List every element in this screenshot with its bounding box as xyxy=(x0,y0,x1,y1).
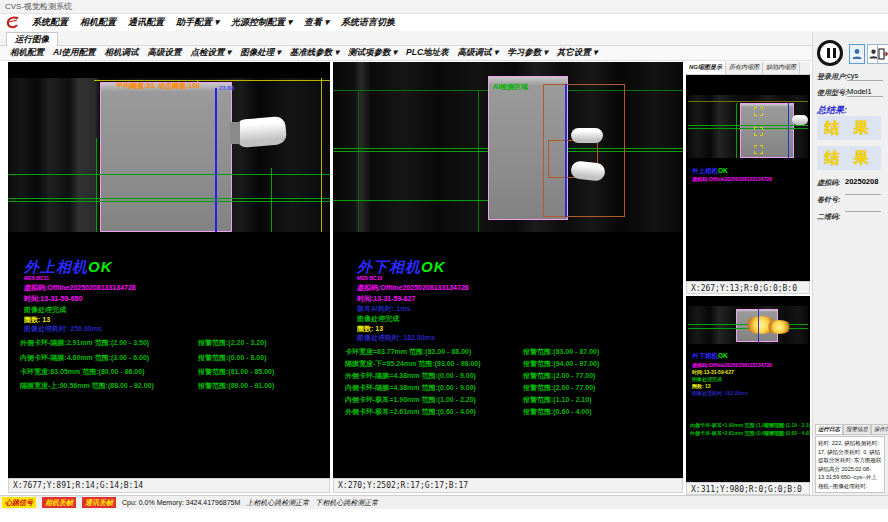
overlay-green-line xyxy=(232,174,330,175)
product-region xyxy=(100,82,232,232)
thumb-tab-ng[interactable]: NG缩图显示 xyxy=(686,62,726,74)
thumb-panel-outer-bottom: 外下相机OK 虚拟码:Offline20250208133134728 时间:1… xyxy=(686,296,810,482)
menu-item-assist-config[interactable]: 助手配置 ▾ xyxy=(176,16,219,29)
menu-item-comm-config[interactable]: 通讯配置 xyxy=(128,16,164,29)
menu-item-light-control[interactable]: 光源控制配置 ▾ xyxy=(231,16,292,29)
pause-button[interactable] xyxy=(817,40,843,66)
time-line: 时间:13-31-59-627 xyxy=(692,369,734,375)
overlay-blue-line xyxy=(758,309,759,342)
overlay-blue-line xyxy=(215,88,217,232)
camera-name: 外上相机 xyxy=(692,167,718,174)
user-check-icon xyxy=(852,48,862,60)
tool-image-processing[interactable]: 图像处理 ▾ xyxy=(240,47,281,59)
process-cost-line: 图像处理耗时: 182.00ms xyxy=(357,333,435,343)
thumb-image-outer-bottom[interactable] xyxy=(688,306,808,344)
overlay-green-line xyxy=(8,198,330,199)
camera-name: 外下相机 xyxy=(692,352,718,359)
alarm-range: 报警范围:(0.00 - 8.00) xyxy=(198,353,266,363)
overlay-green-vline xyxy=(358,90,359,232)
alarm-range: 报警范围:(89.00 - 91.00) xyxy=(198,381,274,391)
menu-item-view[interactable]: 查看 ▾ xyxy=(304,16,329,29)
tab-strip: 运行图像 xyxy=(0,31,888,46)
alarm-range: 报警范围:(2.20 - 3.20) xyxy=(198,338,266,348)
blue-measure-label: 23.88 xyxy=(219,85,234,91)
ok-status: OK xyxy=(421,258,446,275)
thumb-result-title: 外上相机OK xyxy=(692,167,728,176)
measurement-row: 卡环宽度=83.77mm 范围:(82.00 - 88.00) xyxy=(345,347,471,357)
process-done-line: 图像处理完成 xyxy=(24,305,66,315)
log-tab-operation[interactable]: 操作日志 xyxy=(871,424,888,435)
thumb-result-title: 外下相机OK xyxy=(692,352,728,361)
electrode-tab-blob xyxy=(792,115,808,125)
overlay-blue-line xyxy=(788,103,789,158)
process-done-line: 图像处理完成 xyxy=(357,314,399,324)
overlay-yellow-edge xyxy=(321,78,322,232)
tool-learning-params[interactable]: 学习参数 ▾ xyxy=(507,47,548,59)
log-text-area[interactable]: 耗时: 222, 缺陷检测耗时: 17, 缺陷分类耗时: 0, 缺陷提取分区耗时… xyxy=(815,436,885,493)
alarm-range: 报警范围:(0.60 - 4.00) xyxy=(523,407,591,417)
overlay-green-vline xyxy=(96,138,97,232)
login-user-label: 登录用户: xyxy=(817,72,847,82)
defect-marker xyxy=(754,107,763,116)
loop-count-line: 圈数: 13 xyxy=(692,383,711,389)
alarm-range: 报警范围:(0.60 - 4.00) xyxy=(764,430,810,436)
bottom-status-bar: 心跳信号 相机丢帧 通讯丢帧 Cpu: 0.0% Memory: 3424.41… xyxy=(0,495,888,509)
logout-button[interactable] xyxy=(877,44,888,64)
log-tab-run[interactable]: 运行日志 xyxy=(815,424,843,435)
virtual-code-line: 虚拟码:Offline20250208133134728 xyxy=(692,176,772,182)
measurement-row: 内侧卡环-隔膜=4.38mm 范围:(0.00 - 9.00) xyxy=(345,383,476,393)
tool-plc-address[interactable]: PLC地址表 xyxy=(406,47,449,59)
threshold-overlay-text: 平均阈值:93, 动态阈值:100 xyxy=(116,81,200,91)
menu-item-system-config[interactable]: 系统配置 xyxy=(32,16,68,29)
alarm-range: 报警范围:(2.00 - 77.00) xyxy=(523,371,595,381)
alarm-range: 报警范围:(1.10 - 2.10) xyxy=(523,395,591,405)
ok-status: OK xyxy=(88,258,113,275)
virtual-code-line: 虚拟码:Offline20250208133134728 xyxy=(357,283,469,293)
pause-icon xyxy=(827,48,830,58)
title-bar: CVS-视觉检测系统 xyxy=(0,0,888,14)
thumb-image-outer-top[interactable] xyxy=(688,95,808,158)
product-region xyxy=(740,103,794,158)
tool-ai-config[interactable]: AI使用配置 xyxy=(53,47,96,59)
menu-item-language-switch[interactable]: 系统语言切换 xyxy=(341,16,395,29)
menu-item-camera-config[interactable]: 相机配置 xyxy=(80,16,116,29)
virtual-code-line: 虚拟码:Offline20250208133134728 xyxy=(692,362,772,368)
tool-advanced-debug[interactable]: 高级调试 ▾ xyxy=(458,47,499,59)
cpu-memory-readout: Cpu: 0.0% Memory: 3424.41796875M xyxy=(122,499,240,506)
login-user-button[interactable] xyxy=(849,44,865,64)
measurement-row: 外侧卡环-极耳=2.61mm 范围:(0.60 - 4.00) xyxy=(345,407,476,417)
tool-bar: 相机配置 AI使用配置 相机调试 高级设置 点检设置 ▾ 图像处理 ▾ 基准线参… xyxy=(0,46,888,61)
tool-camera-config[interactable]: 相机配置 xyxy=(10,47,44,59)
heartbeat-badge: 心跳信号 xyxy=(2,497,36,508)
alarm-range: 报警范围:(1.10 - 2.10) xyxy=(764,422,810,428)
tool-advanced-settings[interactable]: 高级设置 xyxy=(148,47,182,59)
measurement-row: 内侧卡环-极耳=1.90mm 范围:(1.00 - 2.20) xyxy=(345,395,476,405)
pause-icon xyxy=(833,48,836,58)
virtual-code-label: 虚拟码: xyxy=(817,178,840,188)
model-value: Model1 xyxy=(847,87,883,97)
measurement-row: 隔膜宽度-下=95.24mm 范围:(93.00 - 98.00) xyxy=(345,359,481,369)
pin-number-value xyxy=(845,194,881,195)
tool-test-params[interactable]: 测试项参数 ▾ xyxy=(348,47,397,59)
virtual-code-line: 虚拟码:Offline20250208133134728 xyxy=(24,283,136,293)
pixel-readout-thumb2: X:311;Y:980;R:0;G:0;B:0 xyxy=(686,482,810,495)
thumb-tab-defect[interactable]: 缺陷内缩图 xyxy=(763,62,800,74)
ai-cost-line: 极耳AI耗时: 1ms xyxy=(357,304,410,314)
tool-camera-debug[interactable]: 相机调试 xyxy=(105,47,139,59)
process-cost-line: 图像处理耗时: 256.00ms xyxy=(24,324,102,334)
alarm-range: 报警范围:(83.00 - 87.00) xyxy=(523,347,599,357)
tool-other-settings[interactable]: 其它设置 ▾ xyxy=(557,47,598,59)
camera-image-outer-top[interactable]: 平均阈值:93, 动态阈值:100 23.88 xyxy=(8,78,330,232)
measurement-row: 外侧卡环-隔膜=4.38mm 范围:(0.00 - 9.00) xyxy=(345,371,476,381)
tool-baseline-params[interactable]: 基准线参数 ▾ xyxy=(290,47,339,59)
process-done-line: 图像处理完成 xyxy=(692,376,722,382)
pixel-readout-outer-top: X:7677;Y:891;R:14;G:14;B:14 xyxy=(8,478,330,493)
log-tabs: 运行日志 报警信息 操作日志 xyxy=(815,424,888,435)
measurement-row: 外侧卡环-隔膜:2.91mm 范围:(2.00 - 3.50) xyxy=(20,338,149,348)
tool-spot-check[interactable]: 点检设置 ▾ xyxy=(191,47,232,59)
thumb-tab-all[interactable]: 所有内缩图 xyxy=(726,62,763,74)
log-tab-alarm[interactable]: 报警信息 xyxy=(843,424,871,435)
camera-image-outer-bottom[interactable]: AI检测区域 xyxy=(333,62,683,232)
mes-line: MES:BC11 xyxy=(24,275,49,281)
defect-marker xyxy=(754,145,763,154)
